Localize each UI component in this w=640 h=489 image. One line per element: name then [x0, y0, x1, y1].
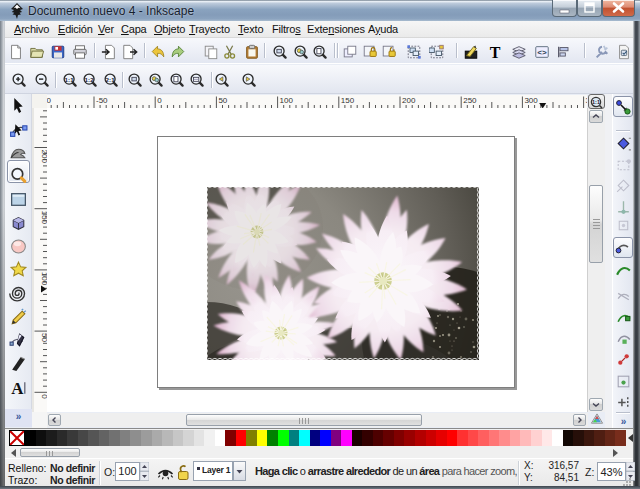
svg-text:200: 200: [40, 150, 48, 164]
svg-text:0: 0: [40, 394, 48, 399]
svg-text:<>: <>: [537, 48, 547, 57]
svg-text:50: 50: [40, 333, 48, 342]
svg-text:A: A: [11, 379, 24, 397]
svg-text:-100: -100: [47, 96, 51, 105]
svg-text:1:2: 1:2: [85, 76, 95, 83]
svg-text:50: 50: [218, 96, 227, 105]
svg-text:-50: -50: [96, 96, 108, 105]
svg-text:300: 300: [524, 96, 538, 105]
svg-text:T: T: [490, 44, 501, 60]
svg-text:0: 0: [157, 96, 162, 105]
svg-text:250: 250: [463, 96, 477, 105]
svg-text:1:1: 1:1: [592, 99, 600, 105]
svg-text:100: 100: [280, 96, 294, 105]
svg-text:350: 350: [586, 96, 587, 105]
svg-text:200: 200: [402, 96, 416, 105]
svg-text:100: 100: [40, 272, 48, 286]
svg-text:2:1: 2:1: [106, 76, 116, 83]
svg-text:1:1: 1:1: [65, 76, 75, 83]
svg-text:150: 150: [40, 211, 48, 225]
svg-text:150: 150: [341, 96, 355, 105]
